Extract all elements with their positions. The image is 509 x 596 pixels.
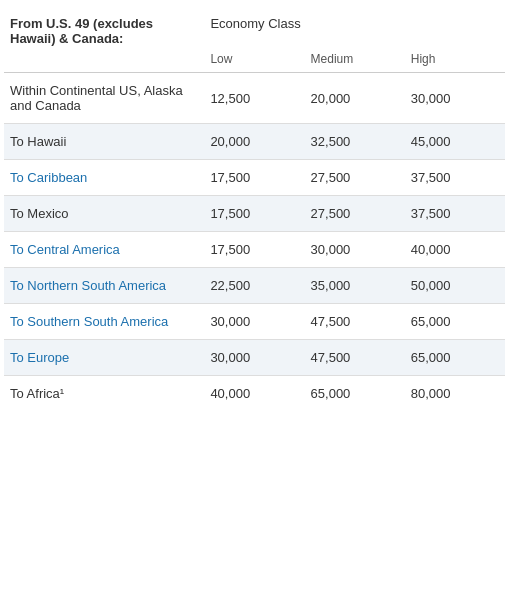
table-row: To Central America17,50030,00040,000 xyxy=(4,232,505,268)
medium-value-mexico: 27,500 xyxy=(305,196,405,232)
high-header: High xyxy=(405,46,505,73)
medium-value-southern-south-america: 47,500 xyxy=(305,304,405,340)
medium-value-central-america: 30,000 xyxy=(305,232,405,268)
awards-table: From U.S. 49 (excludes Hawaii) & Canada:… xyxy=(4,8,505,411)
awards-table-container: From U.S. 49 (excludes Hawaii) & Canada:… xyxy=(0,0,509,419)
low-value-africa: 40,000 xyxy=(204,376,304,412)
low-value-continental: 12,500 xyxy=(204,73,304,124)
row-label-mexico: To Mexico xyxy=(4,196,204,232)
medium-value-northern-south-america: 35,000 xyxy=(305,268,405,304)
from-header: From U.S. 49 (excludes Hawaii) & Canada: xyxy=(4,8,204,46)
low-value-southern-south-america: 30,000 xyxy=(204,304,304,340)
row-label-continental: Within Continental US, Alaska and Canada xyxy=(4,73,204,124)
low-value-caribbean: 17,500 xyxy=(204,160,304,196)
row-label-northern-south-america[interactable]: To Northern South America xyxy=(4,268,204,304)
sub-header-row: Low Medium High xyxy=(4,46,505,73)
medium-value-europe: 47,500 xyxy=(305,340,405,376)
medium-header: Medium xyxy=(305,46,405,73)
high-value-europe: 65,000 xyxy=(405,340,505,376)
low-value-mexico: 17,500 xyxy=(204,196,304,232)
row-label-central-america[interactable]: To Central America xyxy=(4,232,204,268)
high-value-caribbean: 37,500 xyxy=(405,160,505,196)
row-label-hawaii: To Hawaii xyxy=(4,124,204,160)
medium-value-continental: 20,000 xyxy=(305,73,405,124)
link-caribbean[interactable]: To Caribbean xyxy=(10,170,87,185)
row-label-europe[interactable]: To Europe xyxy=(4,340,204,376)
high-value-hawaii: 45,000 xyxy=(405,124,505,160)
high-value-africa: 80,000 xyxy=(405,376,505,412)
table-row: To Hawaii20,00032,50045,000 xyxy=(4,124,505,160)
table-row: To Africa¹40,00065,00080,000 xyxy=(4,376,505,412)
row-label-southern-south-america[interactable]: To Southern South America xyxy=(4,304,204,340)
main-header-row: From U.S. 49 (excludes Hawaii) & Canada:… xyxy=(4,8,505,46)
table-body: Within Continental US, Alaska and Canada… xyxy=(4,73,505,412)
table-row: To Southern South America30,00047,50065,… xyxy=(4,304,505,340)
medium-value-hawaii: 32,500 xyxy=(305,124,405,160)
table-row: To Northern South America22,50035,00050,… xyxy=(4,268,505,304)
medium-value-africa: 65,000 xyxy=(305,376,405,412)
link-southern-south-america[interactable]: To Southern South America xyxy=(10,314,168,329)
table-row: To Caribbean17,50027,50037,500 xyxy=(4,160,505,196)
high-value-mexico: 37,500 xyxy=(405,196,505,232)
link-europe[interactable]: To Europe xyxy=(10,350,69,365)
low-value-europe: 30,000 xyxy=(204,340,304,376)
low-header: Low xyxy=(204,46,304,73)
table-row: To Europe30,00047,50065,000 xyxy=(4,340,505,376)
high-value-northern-south-america: 50,000 xyxy=(405,268,505,304)
link-northern-south-america[interactable]: To Northern South America xyxy=(10,278,166,293)
table-row: Within Continental US, Alaska and Canada… xyxy=(4,73,505,124)
row-label-caribbean[interactable]: To Caribbean xyxy=(4,160,204,196)
row-label-africa: To Africa¹ xyxy=(4,376,204,412)
table-row: To Mexico17,50027,50037,500 xyxy=(4,196,505,232)
link-central-america[interactable]: To Central America xyxy=(10,242,120,257)
economy-header: Economy Class xyxy=(204,8,505,46)
low-value-northern-south-america: 22,500 xyxy=(204,268,304,304)
high-value-central-america: 40,000 xyxy=(405,232,505,268)
low-value-central-america: 17,500 xyxy=(204,232,304,268)
high-value-continental: 30,000 xyxy=(405,73,505,124)
high-value-southern-south-america: 65,000 xyxy=(405,304,505,340)
medium-value-caribbean: 27,500 xyxy=(305,160,405,196)
blank-header xyxy=(4,46,204,73)
low-value-hawaii: 20,000 xyxy=(204,124,304,160)
